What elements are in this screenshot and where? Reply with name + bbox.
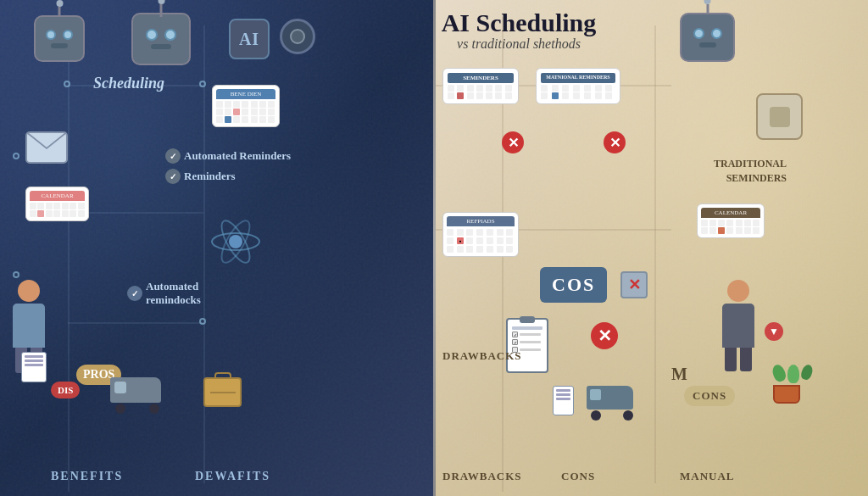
cal-cell — [562, 92, 569, 99]
cal-header-1: BENE DIEN — [216, 89, 275, 99]
calendar-widget-r1: CALENDAR — [697, 203, 765, 238]
checkmark-3: ✓ — [127, 286, 142, 301]
check-item-2: ✓ Reminders — [165, 169, 291, 184]
seminders-label: SEMINDERS — [463, 75, 498, 81]
cal-cell — [53, 210, 60, 217]
cal-cell — [251, 109, 258, 115]
cal-cell — [573, 85, 580, 92]
cal-cell — [506, 246, 513, 253]
cal-cell — [541, 85, 548, 92]
matnional-calendar: MATNIONAL REMINDERS — [536, 68, 620, 104]
circuit-line-2 — [203, 25, 205, 483]
cal-cell — [62, 203, 69, 209]
envelope-svg — [27, 133, 66, 162]
van-wheel-1 — [115, 404, 125, 414]
cal-cell — [753, 220, 760, 226]
traditional-seminders: TRADITIONALSEMINDERS — [714, 157, 787, 186]
cal-cell — [552, 85, 559, 92]
cal-grid-2 — [30, 203, 85, 217]
seminders-header: SEMINDERS — [448, 73, 514, 83]
cal-cell — [476, 237, 483, 244]
clipboard-cb-line-1 — [520, 333, 541, 336]
robot-eye-r2 — [711, 28, 722, 39]
right-panel: AI Scheduling vs traditional shethods SE… — [434, 0, 868, 496]
cal-cell — [46, 203, 53, 209]
robot-mouth-2 — [151, 44, 171, 49]
cal-header-2: CALENDAR — [30, 191, 85, 201]
cal-cell — [595, 85, 602, 92]
cal-cell — [505, 85, 512, 92]
cons-badge: CONS — [684, 386, 735, 406]
cal-cell-highlight — [233, 109, 240, 115]
cal-header-large: REFPIADS — [447, 216, 515, 226]
robot-eye-3 — [146, 29, 158, 41]
cal-cell — [605, 92, 612, 99]
drawbacks-mid-label: DRAWBACKS — [442, 348, 522, 363]
checkmark-2: ✓ — [165, 169, 181, 184]
calendar-widget-large: REFPIADS ● — [442, 212, 519, 257]
cal-cell — [448, 92, 454, 99]
plant-decoration — [773, 365, 812, 404]
x-mark-3: ✕ — [591, 322, 618, 349]
drawbacks-mid-text: DRAWBACKS — [442, 349, 522, 362]
cal-cell — [486, 85, 492, 92]
person-leg-r1 — [725, 348, 737, 371]
robot-antenna-1 — [58, 7, 61, 17]
cal-cell — [242, 101, 248, 108]
cal-grid-large: ● — [447, 229, 515, 253]
cal-grid-1 — [216, 101, 275, 123]
cal-cell — [259, 116, 266, 123]
cal-cell — [233, 101, 240, 108]
check-text-2: Reminders — [184, 170, 236, 183]
benefits-label-bottom: BENEFITS — [51, 468, 123, 483]
seminders-grid — [448, 85, 514, 99]
cal-cell — [487, 246, 493, 253]
cal-cell — [467, 85, 474, 92]
cos-badge: COS — [540, 267, 607, 303]
cal-cell — [70, 210, 76, 217]
left-panel: AI Scheduling BENE DIEN — [0, 0, 434, 496]
x-mark-1: ✕ — [502, 131, 524, 153]
cal-cell — [497, 246, 504, 253]
cal-cell — [605, 85, 612, 92]
cal-cell — [541, 92, 548, 99]
cal-cell — [487, 237, 493, 244]
cal-cell — [701, 220, 708, 226]
leaf-3 — [799, 363, 814, 381]
van-wheel-r1 — [591, 410, 601, 421]
cal-cell — [476, 229, 483, 236]
dewafits-label-bottom: DEWAFITS — [195, 468, 270, 483]
cal-cell — [457, 246, 464, 253]
x-mark-2: ✕ — [604, 131, 626, 153]
cos-text: COS — [552, 274, 595, 295]
note-line-3 — [25, 364, 43, 366]
robot-antenna-2 — [160, 4, 163, 17]
clipboard-top — [520, 316, 535, 323]
cal-cell — [259, 109, 266, 115]
plant-pot — [773, 385, 800, 404]
cal-cell — [70, 203, 76, 209]
cal-cell — [268, 109, 275, 115]
cal-cell — [466, 246, 473, 253]
circuit-dot-1 — [64, 81, 70, 87]
cal-cell — [37, 203, 44, 209]
ai-badge: AI — [229, 19, 270, 59]
cal-cell — [242, 116, 248, 123]
cal-cell — [709, 220, 716, 226]
van-wheel-2 — [149, 404, 159, 414]
cal-cell-marked — [225, 116, 231, 123]
cal-cell — [467, 92, 474, 99]
cal-cell — [495, 85, 502, 92]
cal-cell — [216, 101, 223, 108]
matnional-label: MATNIONAL REMINDERS — [546, 75, 609, 80]
note-icon — [21, 352, 47, 382]
person-head-right — [727, 280, 749, 302]
note-line-1 — [25, 355, 43, 358]
dewafits-text: DEWAFITS — [195, 470, 270, 482]
seminders-calendar: SEMINDERS — [442, 68, 519, 104]
briefcase-latch — [210, 392, 236, 393]
circuit-dot-2 — [199, 81, 206, 87]
leaf-1 — [771, 363, 787, 383]
cal-cell-highlight-2 — [37, 210, 44, 217]
person-leg-r2 — [740, 348, 752, 371]
